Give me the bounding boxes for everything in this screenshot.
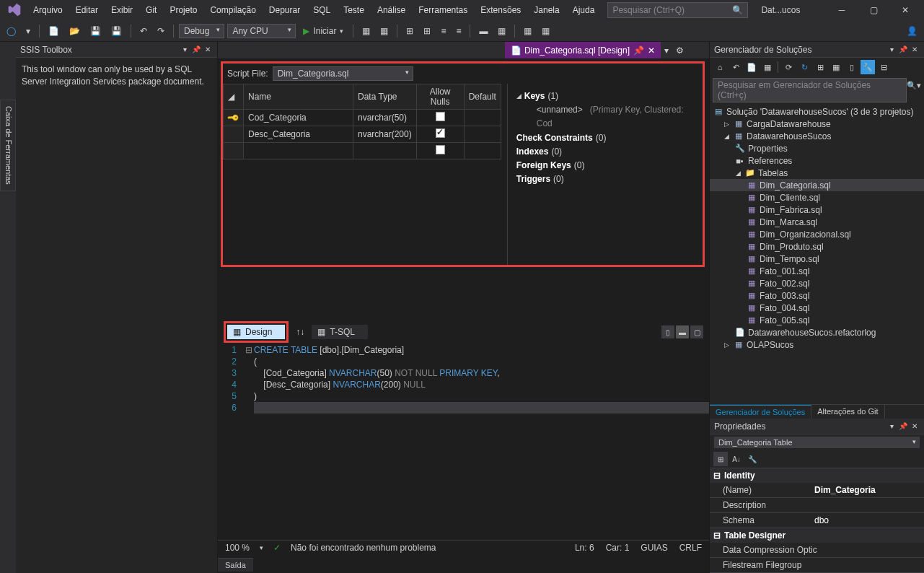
sol-btn-7[interactable]: ⊞ — [813, 60, 827, 74]
tool-btn-2[interactable]: ▦ — [377, 24, 392, 38]
undo-button[interactable]: ↶ — [136, 24, 151, 38]
open-button[interactable]: 📂 — [66, 24, 84, 38]
propgrid-az-button[interactable]: A↓ — [729, 452, 744, 466]
share-button[interactable]: 👤 — [903, 24, 921, 38]
save-all-button[interactable]: 💾 — [107, 24, 126, 38]
menu-depurar[interactable]: Depurar — [263, 2, 306, 18]
propgrid-row[interactable]: Filestream Filegroup — [710, 558, 924, 573]
menu-git[interactable]: Git — [140, 2, 162, 18]
tool-btn-7[interactable]: ▬ — [475, 24, 491, 38]
tool-btn-10[interactable]: ▦ — [538, 24, 553, 38]
panel-dropdown-icon[interactable]: ▾ — [180, 45, 190, 55]
propgrid-row[interactable]: (Name)Dim_Categoria — [710, 483, 924, 498]
menu-ferramentas[interactable]: Ferramentas — [413, 2, 473, 18]
file-node[interactable]: ▦Fato_003.sql — [710, 289, 924, 302]
start-button[interactable]: ▶ Iniciar ▾ — [299, 25, 348, 38]
sol-sync-button[interactable]: ⟳ — [781, 60, 796, 74]
references-node[interactable]: ■▪References — [710, 154, 924, 167]
panel-close-icon[interactable]: ✕ — [203, 45, 213, 55]
new-file-button[interactable]: 📄 — [45, 24, 63, 38]
propgrid-row[interactable]: Data Compression Optic — [710, 543, 924, 558]
properties-node[interactable]: 🔧Properties — [710, 142, 924, 154]
swap-icon[interactable]: ↑↓ — [293, 327, 307, 337]
expander-icon[interactable]: ◢ — [516, 91, 522, 101]
properties-grid[interactable]: ⊟Identity (Name)Dim_Categoria Descriptio… — [710, 468, 924, 573]
column-row[interactable]: 🔑 Cod_Categoria nvarchar(50) — [224, 110, 501, 126]
properties-object-dropdown[interactable]: Dim_Categoria Table — [714, 437, 920, 448]
file-node[interactable]: ▦Dim_Fabrica.sql — [710, 204, 924, 216]
split-h-button[interactable]: ▯ — [661, 325, 674, 338]
folder-node[interactable]: ◢📁Tabelas — [710, 167, 924, 179]
tool-btn-3[interactable]: ⊞ — [402, 24, 417, 38]
tab-gear-icon[interactable]: ⚙ — [672, 45, 687, 56]
sql-editor[interactable]: 1⊟CREATE TABLE [dbo].[Dim_Categoria] 2( … — [218, 343, 709, 415]
propgrid-row[interactable]: Schemadbo — [710, 513, 924, 528]
redo-button[interactable]: ↷ — [154, 24, 168, 38]
pin-icon[interactable]: 📌 — [191, 45, 201, 55]
sol-home-button[interactable]: ⌂ — [713, 60, 727, 74]
design-tab[interactable]: ▦ Design — [227, 325, 285, 339]
panel-dropdown-icon[interactable]: ▾ — [886, 421, 897, 432]
solution-node[interactable]: ▤Solução 'DatawarehouseSucos' (3 de 3 pr… — [710, 105, 924, 118]
solution-tree[interactable]: ▤Solução 'DatawarehouseSucos' (3 de 3 pr… — [710, 104, 924, 404]
menu-teste[interactable]: Teste — [338, 2, 370, 18]
tool-btn-6[interactable]: ≡ — [452, 24, 465, 38]
col-default-cell[interactable] — [464, 110, 501, 126]
solution-search-input[interactable]: Pesquisar em Gerenciador de Soluções (Ct… — [713, 78, 907, 102]
tab-close-icon[interactable]: ✕ — [648, 45, 655, 56]
menu-extensoes[interactable]: Extensões — [475, 2, 527, 18]
panel-close-icon[interactable]: ✕ — [910, 421, 920, 432]
nav-fwd-button[interactable]: ▾ — [22, 24, 34, 38]
status-guias[interactable]: GUIAS — [641, 543, 667, 553]
keys-item[interactable]: <unnamed> — [537, 105, 583, 115]
project-node[interactable]: ▷▦OLAPSucos — [710, 338, 924, 351]
file-node[interactable]: ▦Fato_005.sql — [710, 314, 924, 326]
propgrid-wrench-button[interactable]: 🔧 — [745, 452, 760, 466]
tsql-tab[interactable]: ▦ T-SQL — [312, 325, 368, 339]
propgrid-category[interactable]: ⊟Identity — [710, 468, 924, 483]
maximize-button[interactable]: ▢ — [858, 0, 889, 20]
pin-icon[interactable]: 📌 — [898, 421, 908, 432]
tool-btn-8[interactable]: ▦ — [494, 24, 509, 38]
solution-explorer-tab[interactable]: Gerenciador de Soluções — [710, 405, 811, 419]
status-crlf[interactable]: CRLF — [679, 543, 702, 553]
menu-janela[interactable]: Janela — [528, 2, 565, 18]
menu-sql[interactable]: SQL — [307, 2, 336, 18]
document-tab[interactable]: 📄 Dim_Categoria.sql [Design] 📌 ✕ — [505, 42, 661, 58]
close-button[interactable]: ✕ — [889, 0, 921, 20]
sol-btn-8[interactable]: ▦ — [829, 60, 843, 74]
file-node[interactable]: ▦Fato_001.sql — [710, 265, 924, 277]
file-node[interactable]: ▦Fato_004.sql — [710, 302, 924, 314]
status-ln[interactable]: Ln: 6 — [575, 543, 594, 553]
tool-btn-1[interactable]: ▦ — [358, 24, 374, 38]
propgrid-category[interactable]: ⊟Table Designer — [710, 528, 924, 543]
tool-btn-9[interactable]: ▦ — [520, 24, 535, 38]
git-changes-tab[interactable]: Alterações do Git — [811, 405, 884, 419]
tab-overflow-icon[interactable]: ▾ — [661, 45, 672, 56]
col-default-cell[interactable] — [464, 126, 501, 143]
sol-props-button[interactable]: 🔧 — [861, 60, 875, 74]
platform-dropdown[interactable]: Any CPU — [227, 24, 296, 38]
tool-btn-5[interactable]: ≡ — [437, 24, 449, 38]
menu-projeto[interactable]: Projeto — [164, 2, 203, 18]
sol-btn-11[interactable]: ⊟ — [876, 60, 891, 74]
sol-btn-4[interactable]: ▦ — [760, 60, 775, 74]
config-dropdown[interactable]: Debug — [179, 24, 224, 38]
file-node[interactable]: ▦Dim_Produto.sql — [710, 240, 924, 253]
search-go-button[interactable]: 🔍▾ — [907, 78, 921, 92]
file-node[interactable]: ▦Dim_Tempo.sql — [710, 253, 924, 265]
minimize-button[interactable]: ─ — [826, 0, 858, 20]
propgrid-cat-button[interactable]: ⊞ — [713, 452, 728, 466]
file-node[interactable]: ▦Dim_Cliente.sql — [710, 191, 924, 204]
file-node[interactable]: 📄DatawarehouseSucos.refactorlog — [710, 326, 924, 338]
col-name-cell[interactable]: Desc_Categoria — [244, 126, 353, 143]
search-input[interactable]: Pesquisar (Ctrl+Q) 🔍 — [607, 2, 748, 18]
max-button[interactable]: ▢ — [690, 325, 703, 338]
menu-arquivo[interactable]: Arquivo — [27, 2, 69, 18]
menu-compilacao[interactable]: Compilação — [204, 2, 261, 18]
col-name-cell[interactable]: Cod_Categoria — [244, 110, 353, 126]
caixa-ferramentas-tab[interactable]: Caixa de Ferramentas — [0, 100, 16, 191]
script-file-dropdown[interactable]: Dim_Categoria.sql — [273, 66, 413, 81]
allow-nulls-checkbox[interactable] — [436, 112, 445, 121]
status-car[interactable]: Car: 1 — [606, 543, 630, 553]
